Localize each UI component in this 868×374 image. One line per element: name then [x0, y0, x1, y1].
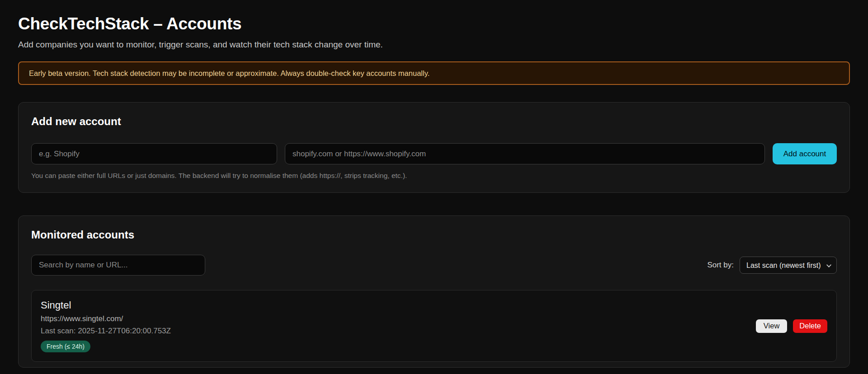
sort-select-wrap: Last scan (newest first): [740, 257, 837, 274]
monitored-filter-row: Sort by: Last scan (newest first): [31, 255, 837, 276]
freshness-badge: Fresh (≤ 24h): [41, 341, 90, 352]
account-name: Singtel: [41, 299, 171, 311]
beta-warning-text: Early beta version. Tech stack detection…: [29, 69, 429, 78]
add-account-heading: Add new account: [31, 115, 837, 128]
page-subtitle: Add companies you want to monitor, trigg…: [18, 40, 850, 50]
monitored-accounts-heading: Monitored accounts: [31, 229, 837, 241]
account-last-scan: Last scan: 2025-11-27T06:20:00.753Z: [41, 327, 171, 336]
page-root: CheckTechStack – Accounts Add companies …: [0, 0, 868, 368]
add-account-helper-text: You can paste either full URLs or just d…: [31, 172, 837, 180]
sort-group: Sort by: Last scan (newest first): [707, 257, 837, 274]
account-row: Singtel https://www.singtel.com/ Last sc…: [31, 290, 837, 362]
add-account-section: Add new account Add account You can past…: [18, 102, 850, 193]
delete-button[interactable]: Delete: [793, 319, 827, 333]
sort-select[interactable]: Last scan (newest first): [740, 257, 837, 274]
account-url-input[interactable]: [285, 143, 765, 164]
add-account-form-row: Add account: [31, 143, 837, 164]
search-input[interactable]: [31, 255, 205, 276]
account-url: https://www.singtel.com/: [41, 314, 171, 323]
account-actions: View Delete: [756, 319, 827, 333]
sort-by-label: Sort by:: [707, 261, 734, 270]
view-button[interactable]: View: [756, 319, 787, 333]
account-name-input[interactable]: [31, 143, 277, 164]
add-account-button[interactable]: Add account: [773, 143, 837, 164]
page-title: CheckTechStack – Accounts: [18, 14, 850, 33]
beta-warning-banner: Early beta version. Tech stack detection…: [18, 61, 850, 85]
account-info: Singtel https://www.singtel.com/ Last sc…: [41, 299, 171, 352]
monitored-accounts-section: Monitored accounts Sort by: Last scan (n…: [18, 215, 850, 368]
